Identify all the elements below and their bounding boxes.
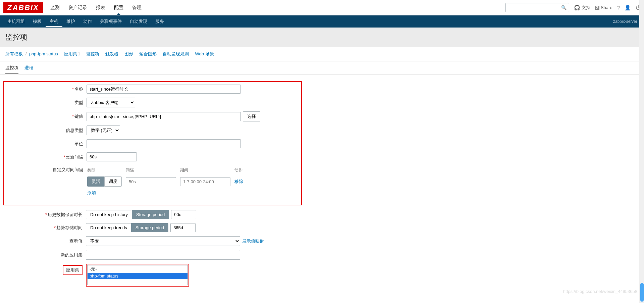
show-valuemap-link[interactable]: 展示值映射 <box>242 238 264 244</box>
user-icon[interactable]: 👤 <box>625 5 631 11</box>
history-nokeep-btn[interactable]: Do not keep history <box>86 210 132 219</box>
share-link[interactable]: ZShare <box>595 5 612 10</box>
subnav-hosts[interactable]: 主机 <box>46 16 62 27</box>
input-name[interactable] <box>87 85 241 94</box>
menu-config[interactable]: 配置 <box>113 1 124 15</box>
highlight-main-fields: *名称 类型 Zabbix 客户端 *键值 选择 信息类型 数字 (无正负) 单… <box>3 81 302 205</box>
ci-th-period: 期间 <box>180 166 234 174</box>
trend-value-input[interactable] <box>170 223 196 232</box>
sub-nav: 主机群组 模板 主机 维护 动作 关联项事件 自动发现 服务 zabbix-se… <box>0 15 644 28</box>
trend-period-btn[interactable]: Storage period <box>131 223 168 232</box>
app-option-phpfpm[interactable]: php-fpm status <box>88 273 187 279</box>
label-newapp: 新的应用集 <box>5 252 86 258</box>
input-newapp[interactable] <box>86 250 240 260</box>
menu-admin[interactable]: 管理 <box>131 1 142 15</box>
label-update-interval: *更新间隔 <box>6 154 87 160</box>
trend-nokeep-btn[interactable]: Do not keep trends <box>86 223 131 232</box>
scroll-thumb[interactable] <box>640 283 644 297</box>
search-icon[interactable]: 🔍 <box>561 5 567 10</box>
apps-listbox[interactable]: -无- php-fpm status <box>87 265 188 285</box>
subnav-correlation[interactable]: 关联项事件 <box>96 16 126 27</box>
label-showvalue: 查看值 <box>5 238 86 244</box>
bc-template[interactable]: php-fpm status <box>29 51 58 56</box>
z-icon: Z <box>595 6 599 10</box>
tab-process[interactable]: 进程 <box>24 65 33 74</box>
ci-scheduling-btn[interactable]: 调度 <box>104 176 122 187</box>
ci-add-link[interactable]: 添加 <box>87 190 96 195</box>
highlight-apps: -无- php-fpm status <box>86 264 189 287</box>
subnav-services[interactable]: 服务 <box>151 16 168 27</box>
label-key: *键值 <box>6 113 87 119</box>
bc-screens[interactable]: 聚合图形 <box>139 51 157 56</box>
menu-reports[interactable]: 报表 <box>95 1 106 15</box>
subnav-templates[interactable]: 模板 <box>29 16 46 27</box>
label-units: 单位 <box>6 141 87 147</box>
ci-interval-input[interactable] <box>126 177 176 186</box>
input-update-interval[interactable] <box>87 152 137 161</box>
label-custom-interval: 自定义时间间隔 <box>6 165 87 173</box>
label-apps: 应用集 <box>5 264 86 275</box>
label-trend: *趋势存储时间 <box>5 225 86 231</box>
menu-monitor[interactable]: 监测 <box>50 1 60 15</box>
select-showvalue[interactable]: 不变 <box>86 236 240 246</box>
ci-flexible-btn[interactable]: 灵活 <box>87 176 105 187</box>
top-right: 🔍 🎧支持 ZShare ? 👤 ⏻ <box>505 3 641 12</box>
trend-toggle: Do not keep trends Storage period <box>86 223 168 232</box>
watermark: https://blog.csdn.net/weixin_44953658 <box>563 289 637 294</box>
help-icon[interactable]: ? <box>617 5 620 10</box>
bc-items[interactable]: 监控项 <box>86 51 99 56</box>
history-value-input[interactable] <box>171 210 196 219</box>
ci-th-action: 动作 <box>234 166 247 174</box>
bc-graphs[interactable]: 图形 <box>124 51 133 56</box>
app-option-none[interactable]: -无- <box>88 265 187 273</box>
subnav-hostgroups[interactable]: 主机群组 <box>3 16 29 27</box>
search-wrap: 🔍 <box>505 3 569 12</box>
search-input[interactable] <box>505 3 569 12</box>
input-key[interactable] <box>87 112 241 121</box>
bc-web[interactable]: Web 场景 <box>195 51 214 56</box>
logo[interactable]: ZABBIX <box>3 2 43 13</box>
subnav-discovery[interactable]: 自动发现 <box>126 16 151 27</box>
scrollbar[interactable] <box>639 0 644 297</box>
main-menu: 监测 资产记录 报表 配置 管理 <box>50 1 142 15</box>
label-infotype: 信息类型 <box>6 128 87 134</box>
ci-period-input[interactable] <box>180 177 230 186</box>
breadcrumb: 所有模板 / php-fpm status 应用集1 监控项 触发器 图形 聚合… <box>0 47 644 61</box>
subnav-actions[interactable]: 动作 <box>79 16 96 27</box>
server-name: zabbix-server <box>613 19 641 24</box>
history-toggle: Do not keep history Storage period <box>86 210 169 219</box>
bc-apps-count: 1 <box>78 51 80 56</box>
tab-item[interactable]: 监控项 <box>5 65 18 74</box>
label-name: *名称 <box>6 86 87 92</box>
ci-th-interval: 间隔 <box>126 166 179 174</box>
select-type[interactable]: Zabbix 客户端 <box>87 98 135 107</box>
select-infotype[interactable]: 数字 (无正负) <box>87 125 120 135</box>
ci-th-type: 类型 <box>87 166 125 174</box>
ci-remove-link[interactable]: 移除 <box>234 179 243 184</box>
bc-all-templates[interactable]: 所有模板 <box>5 51 23 56</box>
tabs: 监控项 进程 <box>0 61 644 74</box>
bc-apps[interactable]: 应用集 <box>64 51 77 56</box>
menu-inventory[interactable]: 资产记录 <box>68 1 88 15</box>
history-period-btn[interactable]: Storage period <box>132 210 169 219</box>
bc-sep: / <box>25 51 27 56</box>
button-select-key[interactable]: 选择 <box>243 111 260 121</box>
input-units[interactable] <box>87 139 241 148</box>
bc-discovery[interactable]: 自动发现规则 <box>163 51 189 56</box>
label-type: 类型 <box>6 100 87 106</box>
form-area: *名称 类型 Zabbix 客户端 *键值 选择 信息类型 数字 (无正负) 单… <box>0 74 644 297</box>
bc-triggers[interactable]: 触发器 <box>105 51 118 56</box>
page-title: 监控项 <box>0 28 644 47</box>
support-link[interactable]: 🎧支持 <box>574 5 590 11</box>
subnav-maintenance[interactable]: 维护 <box>62 16 79 27</box>
top-nav: ZABBIX 监测 资产记录 报表 配置 管理 🔍 🎧支持 ZShare ? 👤… <box>0 0 644 15</box>
headset-icon: 🎧 <box>574 5 580 11</box>
label-history: *历史数据保留时长 <box>5 212 86 218</box>
ci-type-toggle: 灵活 调度 <box>87 176 122 187</box>
